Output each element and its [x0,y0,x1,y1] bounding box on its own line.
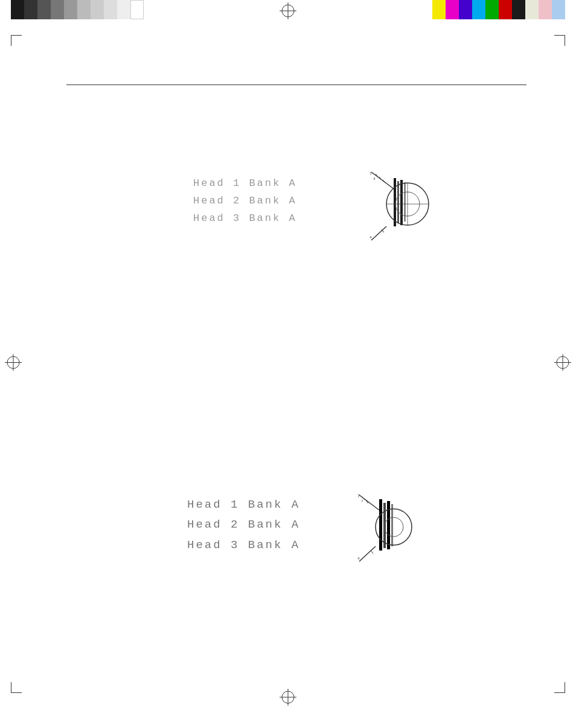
grayscale-swatches [11,0,144,19]
c-swatch-lightblue [552,0,565,19]
c-swatch-red [499,0,512,19]
svg-point-36 [384,517,403,537]
svg-rect-33 [387,501,390,549]
right-reg-mark [554,354,571,374]
left-reg-mark [5,354,22,374]
lower-diagram-svg: 7 7 4 [356,492,417,567]
upper-head-line-3: Head 3 Bank A [193,210,297,228]
c-swatch-pink [539,0,552,19]
svg-rect-16 [397,181,399,223]
svg-rect-34 [391,504,393,546]
top-reg-mark [280,2,296,22]
gs-swatch-3 [37,0,51,19]
upper-diagram: Head 1 Bank A Head 2 Bank A Head 3 Bank … [193,175,435,254]
corner-mark-bl [11,682,22,693]
gs-swatch-5 [64,0,77,19]
svg-text:7: 7 [361,499,363,503]
lower-head-labels: Head 1 Bank A Head 2 Bank A Head 3 Bank … [187,495,300,555]
svg-rect-31 [379,499,382,551]
svg-rect-17 [400,180,403,225]
c-swatch-green [485,0,499,19]
gs-swatch-8 [104,0,117,19]
upper-head-line-2: Head 2 Bank A [193,193,297,210]
gs-swatch-6 [77,0,91,19]
corner-mark-tr [554,35,565,46]
top-rule [66,85,526,85]
c-swatch-cream [525,0,539,19]
svg-text:7: 7 [370,171,372,176]
upper-head-line-1: Head 1 Bank A [193,175,297,193]
gs-swatch-7 [91,0,104,19]
lower-head-line-3: Head 3 Bank A [187,535,300,555]
svg-text:4: 4 [370,235,372,240]
c-swatch-yellow [432,0,446,19]
bottom-reg-mark [280,689,296,709]
lower-head-line-1: Head 1 Bank A [187,495,300,515]
svg-line-37 [359,546,376,561]
svg-line-38 [371,551,373,554]
gs-swatch-4 [51,0,64,19]
gs-swatch-1 [11,0,24,19]
svg-line-23 [371,226,386,240]
svg-text:4: 4 [357,557,360,561]
color-swatches [432,0,565,19]
c-swatch-magenta [446,0,459,19]
gs-swatch-9 [117,0,130,19]
svg-text:4: 4 [373,177,376,181]
gs-swatch-2 [24,0,37,19]
c-swatch-purple [459,0,472,19]
corner-mark-tl [11,35,22,46]
lower-diagram: Head 1 Bank A Head 2 Bank A Head 3 Bank … [187,495,429,580]
svg-text:7: 7 [357,494,360,499]
lower-head-line-2: Head 2 Bank A [187,515,300,535]
c-swatch-cyan [472,0,485,19]
upper-head-labels: Head 1 Bank A Head 2 Bank A Head 3 Bank … [193,175,297,228]
gs-swatch-10 [130,0,144,19]
corner-mark-br [554,682,565,693]
svg-rect-32 [383,503,386,548]
upper-diagram-svg: 7 4 4 [368,169,435,244]
c-swatch-black [512,0,525,19]
